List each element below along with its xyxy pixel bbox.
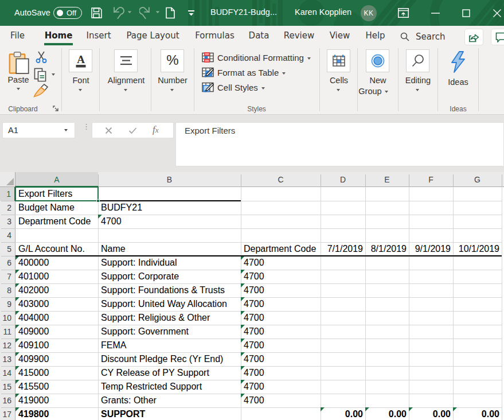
row-header-1[interactable]: 1 bbox=[0, 187, 15, 201]
minimize-button[interactable] bbox=[422, 0, 448, 26]
cell-D5[interactable]: 7/1/2019 bbox=[321, 242, 365, 256]
tab-home[interactable]: Home bbox=[44, 26, 73, 47]
maximize-button[interactable] bbox=[453, 0, 479, 26]
cell-C9[interactable]: 4700 bbox=[241, 297, 321, 311]
undo-icon[interactable] bbox=[111, 7, 132, 20]
formula-input[interactable]: Export Filters bbox=[175, 122, 504, 166]
name-box-dropdown-icon[interactable] bbox=[64, 129, 68, 131]
column-header-D[interactable]: D bbox=[321, 172, 365, 187]
cell-C13[interactable]: 4700 bbox=[241, 352, 321, 366]
search-box[interactable]: Search bbox=[400, 26, 446, 47]
tab-help[interactable]: Help bbox=[365, 26, 385, 47]
column-header-F[interactable]: F bbox=[409, 172, 453, 187]
cell-C11[interactable]: 4700 bbox=[241, 325, 321, 339]
paste-button[interactable]: Paste bbox=[6, 50, 31, 91]
close-button[interactable] bbox=[484, 0, 504, 26]
cell-F5[interactable]: 9/1/2019 bbox=[409, 242, 453, 256]
clipboard-dialog-launcher-icon[interactable] bbox=[53, 106, 59, 112]
cell-C12[interactable]: 4700 bbox=[241, 339, 321, 352]
row-header-12[interactable]: 12 bbox=[0, 339, 15, 352]
cell-A15[interactable]: 415500 bbox=[15, 380, 98, 394]
column-header-A[interactable]: A bbox=[15, 172, 98, 187]
cell-C7[interactable]: 4700 bbox=[241, 270, 321, 283]
cell-C16[interactable]: 4700 bbox=[241, 394, 321, 407]
cell-A14[interactable]: 415000 bbox=[15, 366, 98, 380]
cell-G5[interactable]: 10/1/2019 bbox=[453, 242, 502, 256]
row-header-7[interactable]: 7 bbox=[0, 270, 15, 283]
cell-A17[interactable]: 419800 bbox=[15, 407, 98, 420]
tab-review[interactable]: Review bbox=[283, 26, 315, 47]
cell-B12[interactable]: FEMA bbox=[98, 339, 241, 352]
cell-C6[interactable]: 4700 bbox=[241, 256, 321, 270]
share-button[interactable] bbox=[464, 29, 483, 45]
tab-view[interactable]: View bbox=[329, 26, 350, 47]
copy-icon[interactable] bbox=[34, 68, 48, 83]
save-icon[interactable] bbox=[91, 7, 103, 19]
cell-B3[interactable]: 4700 bbox=[98, 215, 241, 228]
row-header-11[interactable]: 11 bbox=[0, 325, 15, 339]
insert-function-icon[interactable]: fx bbox=[153, 124, 159, 135]
cell-A16[interactable]: 419000 bbox=[15, 394, 98, 407]
cell-B11[interactable]: Support: Government bbox=[98, 325, 241, 339]
format-painter-icon[interactable] bbox=[33, 84, 48, 98]
cell-B15[interactable]: Temp Restricted Support bbox=[98, 380, 241, 394]
row-header-8[interactable]: 8 bbox=[0, 283, 15, 297]
cut-icon[interactable] bbox=[35, 51, 48, 64]
tab-data[interactable]: Data bbox=[248, 26, 269, 47]
tab-formulas[interactable]: Formulas bbox=[194, 26, 235, 47]
cell-D17[interactable]: 0.00 bbox=[321, 407, 365, 420]
cell-C14[interactable]: 4700 bbox=[241, 366, 321, 380]
qat-customize-icon[interactable] bbox=[188, 10, 194, 16]
column-header-B[interactable]: B bbox=[98, 172, 241, 187]
alignment-group-button[interactable] bbox=[114, 49, 138, 72]
cell-A3[interactable]: Department Code bbox=[15, 215, 98, 228]
tab-page-layout[interactable]: Page Layout bbox=[126, 26, 180, 47]
cell-C15[interactable]: 4700 bbox=[241, 380, 321, 394]
row-header-16[interactable]: 16 bbox=[0, 394, 15, 407]
row-header-2[interactable]: 2 bbox=[0, 201, 15, 215]
cell-B5[interactable]: Name bbox=[98, 242, 241, 256]
cell-A11[interactable]: 409000 bbox=[15, 325, 98, 339]
row-header-17[interactable]: 17 bbox=[0, 407, 15, 420]
row-header-5[interactable]: 5 bbox=[0, 242, 15, 256]
cell-B14[interactable]: CY Release of PY Support bbox=[98, 366, 241, 380]
cell-B10[interactable]: Support: Religious & Other bbox=[98, 311, 241, 325]
cell-B7[interactable]: Support: Corporate bbox=[98, 270, 241, 283]
cell-styles-button[interactable]: Cell Styles bbox=[202, 81, 265, 94]
row-header-3[interactable]: 3 bbox=[0, 215, 15, 228]
cell-A2[interactable]: Budget Name bbox=[15, 201, 98, 215]
new-group-button[interactable] bbox=[366, 49, 389, 72]
cell-F17[interactable]: 0.00 bbox=[409, 407, 453, 420]
select-all-button[interactable] bbox=[0, 172, 15, 187]
cell-B17[interactable]: SUPPORT bbox=[98, 407, 241, 420]
ribbon-display-options-button[interactable] bbox=[390, 0, 416, 26]
cell-C8[interactable]: 4700 bbox=[241, 283, 321, 297]
enter-icon[interactable] bbox=[128, 127, 137, 134]
cell-E5[interactable]: 8/1/2019 bbox=[365, 242, 409, 256]
cell-A12[interactable]: 409100 bbox=[15, 339, 98, 352]
new-document-icon[interactable] bbox=[165, 7, 175, 19]
cell-B9[interactable]: Support: United Way Allocation bbox=[98, 297, 241, 311]
cell-C10[interactable]: 4700 bbox=[241, 311, 321, 325]
cell-A6[interactable]: 400000 bbox=[15, 256, 98, 270]
format-as-table-button[interactable]: Format as Table bbox=[202, 66, 286, 79]
row-header-14[interactable]: 14 bbox=[0, 366, 15, 380]
cell-B8[interactable]: Support: Foundations & Trusts bbox=[98, 283, 241, 297]
cell-B6[interactable]: Support: Individual bbox=[98, 256, 241, 270]
user-avatar[interactable]: KK bbox=[361, 5, 377, 21]
column-header-G[interactable]: G bbox=[453, 172, 502, 187]
row-header-10[interactable]: 10 bbox=[0, 311, 15, 325]
cell-A10[interactable]: 404000 bbox=[15, 311, 98, 325]
cell-E17[interactable]: 0.00 bbox=[365, 407, 409, 420]
cells-group-button[interactable] bbox=[327, 49, 350, 72]
cell-G17[interactable]: 0.00 bbox=[453, 407, 502, 420]
cell-B13[interactable]: Discount Pledge Rec (Yr End) bbox=[98, 352, 241, 366]
redo-icon[interactable] bbox=[139, 7, 160, 20]
copy-dropdown-icon[interactable] bbox=[52, 73, 55, 76]
comments-button[interactable] bbox=[491, 29, 504, 45]
row-header-6[interactable]: 6 bbox=[0, 256, 15, 270]
conditional-formatting-button[interactable]: Conditional Formatting bbox=[202, 51, 311, 64]
number-group-button[interactable]: % bbox=[161, 49, 184, 72]
cell-A5[interactable]: G/L Account No. bbox=[15, 242, 98, 256]
formula-bar-drag-dots[interactable]: ⋮ bbox=[83, 125, 85, 135]
